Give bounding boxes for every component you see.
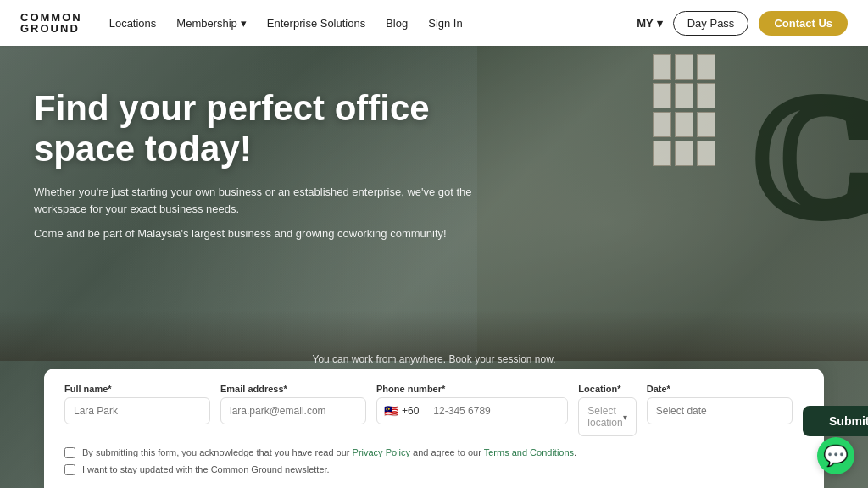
phone-prefix: 🇲🇾 +60 — [377, 398, 426, 424]
location-label: Location* — [578, 384, 636, 394]
phone-country-code: +60 — [402, 405, 419, 417]
day-pass-button[interactable]: Day Pass — [673, 11, 749, 36]
hero-subtitle1: Whether you're just starting your own bu… — [34, 184, 492, 219]
hero-content: Find your perfect office space today! Wh… — [34, 88, 492, 250]
privacy-checkbox-row: By submitting this form, you acknowledge… — [64, 446, 804, 459]
newsletter-checkbox[interactable] — [64, 464, 75, 475]
brand-line2: GROUND — [20, 23, 82, 34]
chevron-down-icon: ▾ — [623, 413, 627, 422]
brand-c-decoration: C — [754, 71, 868, 241]
fullname-field: Full name* — [64, 384, 210, 436]
submit-button[interactable]: Submit — [803, 406, 868, 436]
date-field: Date* — [647, 384, 793, 436]
email-input[interactable] — [220, 397, 366, 424]
location-placeholder: Select location — [587, 405, 622, 429]
phone-number-input[interactable] — [426, 398, 567, 424]
chevron-down-icon: ▾ — [241, 17, 247, 30]
terms-link[interactable]: Terms and Conditions — [484, 447, 574, 458]
nav-right: MY ▾ Day Pass Contact Us — [637, 11, 848, 36]
hero-subtitle2: Come and be part of Malaysia's largest b… — [34, 225, 492, 243]
date-input[interactable] — [647, 397, 793, 424]
email-label: Email address* — [220, 384, 366, 394]
nav-links: Locations Membership ▾ Enterprise Soluti… — [109, 17, 637, 30]
country-code: MY — [637, 17, 654, 30]
phone-label: Phone number* — [376, 384, 568, 394]
flag-icon: 🇲🇾 — [384, 404, 398, 418]
privacy-policy-link[interactable]: Privacy Policy — [353, 447, 410, 458]
navbar: COMMON GROUND Locations Membership ▾ Ent… — [0, 0, 868, 46]
date-label: Date* — [647, 384, 793, 394]
book-session-text: You can work from anywhere. Book your se… — [312, 353, 555, 365]
brand-logo[interactable]: COMMON GROUND — [20, 12, 82, 34]
hero-section: C Find your perfect office space today! … — [0, 46, 868, 488]
nav-blog[interactable]: Blog — [386, 17, 408, 30]
phone-field: Phone number* 🇲🇾 +60 — [376, 384, 568, 436]
hero-title: Find your perfect office space today! — [34, 88, 492, 170]
wall-frames-decoration — [653, 54, 715, 166]
privacy-text: By submitting this form, you acknowledge… — [82, 446, 576, 459]
whatsapp-icon: 💬 — [823, 444, 849, 468]
fullname-label: Full name* — [64, 384, 210, 394]
chevron-down-icon: ▾ — [657, 17, 663, 30]
email-field: Email address* — [220, 384, 366, 436]
location-select[interactable]: Select location ▾ — [578, 397, 636, 436]
form-bottom: By submitting this form, you acknowledge… — [64, 446, 804, 476]
nav-locations[interactable]: Locations — [109, 17, 157, 30]
newsletter-text: I want to stay updated with the Common G… — [82, 463, 330, 476]
contact-button[interactable]: Contact Us — [759, 11, 848, 36]
submit-field: Submit — [803, 384, 868, 436]
booking-form-panel: Full name* Email address* Phone number* … — [44, 369, 824, 488]
form-fields-row: Full name* Email address* Phone number* … — [64, 384, 804, 436]
privacy-checkbox[interactable] — [64, 447, 75, 458]
whatsapp-button[interactable]: 💬 — [817, 437, 854, 474]
nav-enterprise[interactable]: Enterprise Solutions — [267, 17, 365, 30]
nav-membership[interactable]: Membership ▾ — [176, 17, 247, 30]
newsletter-checkbox-row: I want to stay updated with the Common G… — [64, 463, 804, 476]
nav-signin[interactable]: Sign In — [428, 17, 462, 30]
phone-input-group: 🇲🇾 +60 — [376, 397, 568, 424]
location-field: Location* Select location ▾ — [578, 384, 636, 436]
fullname-input[interactable] — [64, 397, 210, 424]
country-selector[interactable]: MY ▾ — [637, 17, 663, 30]
